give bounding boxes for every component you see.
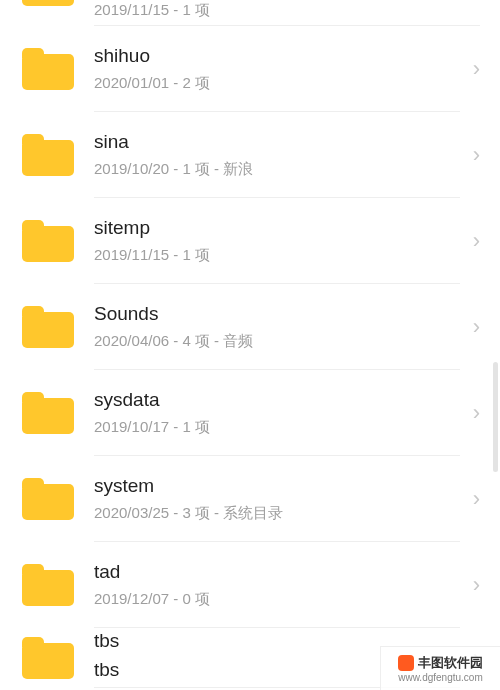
folder-meta: 2020/03/25 - 3 项 - 系统目录 bbox=[94, 503, 450, 523]
folder-meta: 2019/10/17 - 1 项 bbox=[94, 417, 450, 437]
folder-meta: 2019/11/15 - 1 项 bbox=[94, 245, 450, 265]
folder-text: 2019/11/15 - 1 项 bbox=[94, 0, 480, 26]
folder-text: sysdata2019/10/17 - 1 项 bbox=[94, 370, 460, 456]
folder-name: tad bbox=[94, 560, 450, 585]
chevron-right-icon: › bbox=[460, 572, 480, 598]
folder-text: tad2019/12/07 - 0 项 bbox=[94, 542, 460, 628]
folder-row-sitemp[interactable]: sitemp2019/11/15 - 1 项› bbox=[0, 198, 500, 284]
folder-icon bbox=[22, 473, 74, 525]
folder-name: sitemp bbox=[94, 216, 450, 241]
folder-icon bbox=[22, 215, 74, 267]
folder-row-tad[interactable]: tad2019/12/07 - 0 项› bbox=[0, 542, 500, 628]
folder-icon bbox=[22, 0, 74, 10]
folder-icon bbox=[22, 43, 74, 95]
watermark: 丰图软件园 www.dgfengtu.com bbox=[380, 646, 500, 690]
folder-name: sysdata bbox=[94, 388, 450, 413]
chevron-right-icon: › bbox=[460, 486, 480, 512]
folder-row-sysdata[interactable]: sysdata2019/10/17 - 1 项› bbox=[0, 370, 500, 456]
folder-text: system2020/03/25 - 3 项 - 系统目录 bbox=[94, 456, 460, 542]
chevron-right-icon: › bbox=[460, 56, 480, 82]
folder-text: sitemp2019/11/15 - 1 项 bbox=[94, 198, 460, 284]
folder-icon bbox=[22, 129, 74, 181]
chevron-right-icon: › bbox=[460, 314, 480, 340]
folder-name: sina bbox=[94, 130, 450, 155]
watermark-logo-icon bbox=[398, 655, 414, 671]
folder-name: system bbox=[94, 474, 450, 499]
folder-text: sina2019/10/20 - 1 项 - 新浪 bbox=[94, 112, 460, 198]
file-list: 2019/11/15 - 1 项shihuo2020/01/01 - 2 项›s… bbox=[0, 0, 500, 688]
folder-row-partial[interactable]: 2019/11/15 - 1 项 bbox=[0, 0, 500, 26]
watermark-url: www.dgfengtu.com bbox=[398, 672, 483, 683]
folder-text: Sounds2020/04/06 - 4 项 - 音频 bbox=[94, 284, 460, 370]
folder-text: shihuo2020/01/01 - 2 项 bbox=[94, 26, 460, 112]
folder-row-Sounds[interactable]: Sounds2020/04/06 - 4 项 - 音频› bbox=[0, 284, 500, 370]
folder-row-shihuo[interactable]: shihuo2020/01/01 - 2 项› bbox=[0, 26, 500, 112]
chevron-right-icon: › bbox=[460, 228, 480, 254]
folder-meta: 2020/01/01 - 2 项 bbox=[94, 73, 450, 93]
folder-icon bbox=[22, 632, 74, 684]
folder-icon bbox=[22, 559, 74, 611]
folder-row-sina[interactable]: sina2019/10/20 - 1 项 - 新浪› bbox=[0, 112, 500, 198]
watermark-brand: 丰图软件园 bbox=[418, 654, 483, 672]
folder-icon bbox=[22, 387, 74, 439]
scrollbar-thumb[interactable] bbox=[493, 362, 498, 472]
folder-meta: 2019/11/15 - 1 项 bbox=[94, 0, 470, 20]
folder-meta: 2019/10/20 - 1 项 - 新浪 bbox=[94, 159, 450, 179]
folder-meta: 2019/12/07 - 0 项 bbox=[94, 589, 450, 609]
folder-icon bbox=[22, 301, 74, 353]
folder-row-system[interactable]: system2020/03/25 - 3 项 - 系统目录› bbox=[0, 456, 500, 542]
folder-name: Sounds bbox=[94, 302, 450, 327]
chevron-right-icon: › bbox=[460, 400, 480, 426]
folder-meta: 2020/04/06 - 4 项 - 音频 bbox=[94, 331, 450, 351]
chevron-right-icon: › bbox=[460, 142, 480, 168]
folder-name: shihuo bbox=[94, 44, 450, 69]
